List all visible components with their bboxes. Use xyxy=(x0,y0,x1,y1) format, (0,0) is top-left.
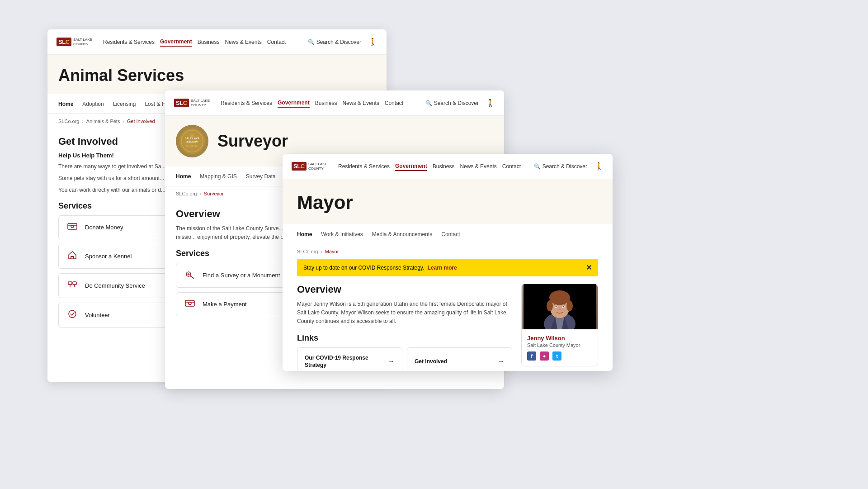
nav-residents-2[interactable]: Residents & Services xyxy=(221,99,272,107)
nav-business-3[interactable]: Business xyxy=(433,162,455,171)
logo-sl-1: SL xyxy=(58,38,66,45)
payment-icon xyxy=(184,299,196,309)
logo-county-1: SALT LAKE COUNTY xyxy=(73,38,92,46)
page-title-1: Animal Services xyxy=(58,66,376,85)
nav-government-2[interactable]: Government xyxy=(278,99,310,108)
volunteer-icon xyxy=(66,309,79,321)
svg-text:COUNTY: COUNTY xyxy=(186,141,198,143)
logo-c-1: C xyxy=(66,38,70,45)
donate-icon xyxy=(66,222,79,233)
community-icon xyxy=(66,280,79,291)
nav-contact-1[interactable]: Contact xyxy=(267,38,286,46)
breadcrumb-current-1: Get Involved xyxy=(127,119,155,124)
sub-nav-survey-2[interactable]: Survey Data xyxy=(246,173,276,180)
logo-sl-2: SL xyxy=(176,100,183,106)
facebook-icon[interactable]: f xyxy=(527,351,536,361)
covid-learn-more-link[interactable]: Learn more xyxy=(428,265,457,271)
mayor-role: Salt Lake County Mayor xyxy=(527,342,592,348)
covid-banner-text: Stay up to date on our COVID Response St… xyxy=(303,265,457,271)
logo-county-3: SALT LAKE COUNTY xyxy=(308,162,327,171)
person-icon-3[interactable]: 🚶 xyxy=(594,162,604,171)
nav-business-2[interactable]: Business xyxy=(315,99,337,107)
logo-county-2: SALT LAKE COUNTY xyxy=(191,99,210,107)
logo-c-3: C xyxy=(301,163,305,170)
link-card-involved-label: Get Involved xyxy=(415,358,447,366)
nav-search-1[interactable]: 🔍 Search & Discover xyxy=(308,39,361,45)
mayor-sub-home[interactable]: Home xyxy=(297,231,312,237)
nav-bar-1: SL C SALT LAKE COUNTY Residents & Servic… xyxy=(47,29,387,55)
mayor-profile-card: Jenny Wilson Salt Lake County Mayor f ● … xyxy=(521,284,598,366)
svg-rect-0 xyxy=(68,223,77,229)
nav-search-2[interactable]: 🔍 Search & Discover xyxy=(425,100,479,106)
community-label: Do Community Service xyxy=(85,282,145,289)
links-title: Links xyxy=(297,333,512,343)
sub-nav-mapping-2[interactable]: Mapping & GIS xyxy=(200,173,236,180)
svg-point-14 xyxy=(190,134,194,138)
logo-2[interactable]: SL C SALT LAKE COUNTY xyxy=(174,99,210,107)
mayor-breadcrumb: SLCo.org › Mayor xyxy=(283,244,613,259)
mayor-overview-text: Mayor Jenny Wilson is a 5th generation U… xyxy=(297,300,512,326)
breadcrumb-home-1[interactable]: SLCo.org xyxy=(58,119,79,124)
mayor-sub-contact[interactable]: Contact xyxy=(441,231,460,237)
mayor-hero: Mayor xyxy=(283,179,613,224)
nav-residents-1[interactable]: Residents & Services xyxy=(103,38,155,46)
nav-contact-2[interactable]: Contact xyxy=(385,99,403,107)
nav-news-2[interactable]: News & Events xyxy=(342,99,379,107)
payment-label: Make a Payment xyxy=(203,301,247,308)
sub-nav-licensing-1[interactable]: Licensing xyxy=(113,101,136,107)
person-icon-2[interactable]: 🚶 xyxy=(486,99,495,107)
breadcrumb-current-2: Surveyor xyxy=(204,191,224,196)
link-card-involved[interactable]: Get Involved → xyxy=(407,347,512,371)
breadcrumb-home-3[interactable]: SLCo.org xyxy=(297,249,318,254)
svg-point-33 xyxy=(563,306,564,308)
nav-government-1[interactable]: Government xyxy=(160,38,192,47)
mayor-content: Overview Mayor Jenny Wilson is a 5th gen… xyxy=(283,284,613,371)
svg-rect-5 xyxy=(73,282,76,285)
sub-nav-home-1[interactable]: Home xyxy=(58,101,73,107)
link-card-covid[interactable]: Our COVID-19 Response Strategy → xyxy=(297,347,402,371)
covid-banner: Stay up to date on our COVID Response St… xyxy=(297,259,598,276)
svg-point-28 xyxy=(547,300,553,311)
nav-search-3[interactable]: 🔍 Search & Discover xyxy=(534,163,587,170)
logo-c-2: C xyxy=(183,100,187,106)
link-card-covid-label: Our COVID-19 Response Strategy xyxy=(305,354,387,370)
person-icon-1[interactable]: 🚶 xyxy=(368,38,377,46)
mayor-card-info: Jenny Wilson Salt Lake County Mayor f ● … xyxy=(522,329,598,366)
sub-nav-adoption-1[interactable]: Adoption xyxy=(82,101,104,107)
survey-label: Find a Survey or a Monument xyxy=(203,272,280,279)
search-icon-2: 🔍 xyxy=(425,100,432,106)
mayor-sub-media[interactable]: Media & Announcements xyxy=(372,231,432,237)
nav-bar-3: SL C SALT LAKE COUNTY Residents & Servic… xyxy=(283,154,613,179)
mayor-sub-work[interactable]: Work & Initiatives xyxy=(321,231,363,237)
twitter-icon[interactable]: t xyxy=(552,351,561,361)
instagram-icon[interactable]: ● xyxy=(540,351,549,361)
nav-news-1[interactable]: News & Events xyxy=(225,38,261,46)
covid-close-button[interactable]: ✕ xyxy=(586,263,592,272)
volunteer-label: Volunteer xyxy=(85,312,110,318)
survey-icon xyxy=(184,270,196,281)
svg-point-27 xyxy=(549,290,570,305)
mayor-sub-nav: Home Work & Initiatives Media & Announce… xyxy=(283,224,613,244)
sub-nav-home-2[interactable]: Home xyxy=(176,173,191,180)
mayor-page-title: Mayor xyxy=(297,192,598,214)
nav-contact-3[interactable]: Contact xyxy=(502,162,521,171)
breadcrumb-home-2[interactable]: SLCo.org xyxy=(176,191,197,196)
mayor-left-column: Overview Mayor Jenny Wilson is a 5th gen… xyxy=(297,284,512,371)
logo-3[interactable]: SL C SALT LAKE COUNTY xyxy=(292,162,327,171)
nav-news-3[interactable]: News & Events xyxy=(460,162,496,171)
nav-links-3: Residents & Services Government Business… xyxy=(338,162,527,171)
nav-residents-3[interactable]: Residents & Services xyxy=(338,162,390,171)
sponsor-label: Sponsor a Kennel xyxy=(85,253,132,260)
svg-point-32 xyxy=(556,306,557,308)
mayor-name: Jenny Wilson xyxy=(527,335,592,342)
breadcrumb-animals-1[interactable]: Animals & Pets xyxy=(86,119,120,124)
mayor-right-column: Jenny Wilson Salt Lake County Mayor f ● … xyxy=(521,284,598,371)
logo-sl-3: SL xyxy=(293,163,301,170)
nav-government-3[interactable]: Government xyxy=(395,162,427,171)
nav-business-1[interactable]: Business xyxy=(198,38,220,46)
nav-links-1: Residents & Services Government Business… xyxy=(103,38,301,47)
logo-1[interactable]: SL C SALT LAKE COUNTY xyxy=(57,38,92,46)
nav-links-2: Residents & Services Government Business… xyxy=(221,99,418,108)
svg-text:SURVEYOR: SURVEYOR xyxy=(186,144,198,147)
mayor-window: SL C SALT LAKE COUNTY Residents & Servic… xyxy=(283,154,613,371)
